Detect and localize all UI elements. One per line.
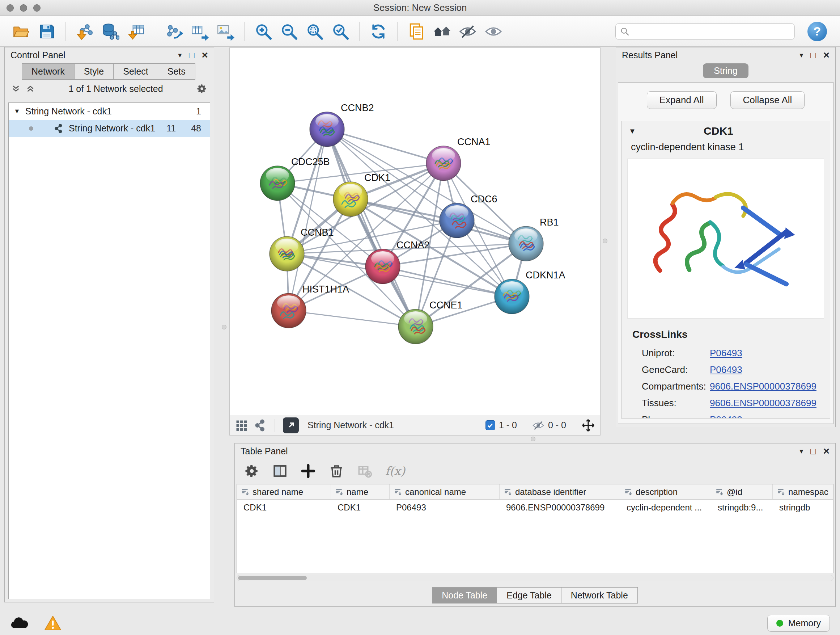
tab-network-table[interactable]: Network Table <box>561 587 638 603</box>
memory-button[interactable]: Memory <box>767 615 830 632</box>
cell-shared-name[interactable]: CDK1 <box>237 500 331 516</box>
network-node[interactable] <box>439 203 474 238</box>
tab-string[interactable]: String <box>703 63 748 78</box>
cloud-status-button[interactable] <box>10 615 29 631</box>
apply-layout-button[interactable] <box>367 20 390 43</box>
close-window-button[interactable] <box>6 4 14 11</box>
network-edge[interactable] <box>289 310 416 326</box>
show-columns-icon[interactable] <box>272 463 287 478</box>
panel-float-icon[interactable]: ▾ <box>799 51 803 59</box>
tree-expander-icon[interactable]: ▼ <box>14 108 20 115</box>
import-table-button[interactable] <box>125 20 148 43</box>
zoom-selected-button[interactable] <box>329 20 352 43</box>
network-node[interactable] <box>309 112 344 147</box>
network-edge[interactable] <box>351 199 526 244</box>
help-button[interactable]: ? <box>807 22 827 41</box>
network-node[interactable] <box>494 279 529 314</box>
minimize-window-button[interactable] <box>20 4 27 11</box>
network-node[interactable] <box>270 236 304 271</box>
birdseye-pan-icon[interactable] <box>581 418 595 432</box>
tab-network[interactable]: Network <box>22 63 74 80</box>
selected-indicator-checkbox[interactable] <box>485 420 495 430</box>
scrollbar-thumb[interactable] <box>238 576 307 580</box>
table-row[interactable]: CDK1 CDK1 P06493 9606.ENSP00000378699 cy… <box>237 500 833 516</box>
crosslink-link[interactable]: 9606.ENSP00000378699 <box>710 397 816 409</box>
column-header[interactable]: canonical name <box>390 485 500 499</box>
warning-button[interactable] <box>43 615 62 631</box>
cell-namespace[interactable]: stringdb <box>773 500 833 516</box>
crosslink-link[interactable]: 9606.ENSP00000378699 <box>710 381 816 392</box>
column-header[interactable]: namespac <box>773 485 833 499</box>
network-share-small-icon[interactable] <box>254 419 267 432</box>
detach-view-button[interactable] <box>283 417 299 433</box>
splitter-handle[interactable] <box>222 325 226 329</box>
network-node[interactable] <box>426 146 461 181</box>
column-header[interactable]: @id <box>711 485 773 499</box>
column-header[interactable]: database identifier <box>500 485 620 499</box>
gear-icon[interactable] <box>196 83 207 94</box>
network-node[interactable] <box>365 249 400 284</box>
network-canvas[interactable]: CCNB2CCNA1CDC25BCDK1CDC6RB1CCNB1CCNA2CDK… <box>230 48 600 415</box>
collapse-all-icon[interactable] <box>11 84 21 93</box>
column-header[interactable]: shared name <box>237 485 331 499</box>
network-edge[interactable] <box>327 129 444 163</box>
save-session-button[interactable] <box>35 20 58 43</box>
network-node[interactable] <box>271 293 306 328</box>
cell-description[interactable]: cyclin-dependent ... <box>620 500 711 516</box>
zoom-window-button[interactable] <box>33 4 41 11</box>
cell-database-identifier[interactable]: 9606.ENSP00000378699 <box>500 500 620 516</box>
network-node[interactable] <box>508 226 543 261</box>
hide-annotations-button[interactable] <box>456 20 479 43</box>
cell-name[interactable]: CDK1 <box>331 500 390 516</box>
network-node[interactable] <box>333 182 368 217</box>
cell-canonical-name[interactable]: P06493 <box>390 500 500 516</box>
open-session-button[interactable] <box>9 20 33 43</box>
panel-maximize-icon[interactable]: □ <box>189 50 194 60</box>
network-collection-row[interactable]: ▼ String Network - cdk1 1 <box>9 103 210 120</box>
expand-all-icon[interactable] <box>26 84 35 93</box>
crosslink-link[interactable]: P06493 <box>710 364 742 375</box>
search-input[interactable] <box>633 26 790 36</box>
tab-sets[interactable]: Sets <box>158 63 195 80</box>
splitter-handle[interactable] <box>603 239 607 243</box>
tab-select[interactable]: Select <box>113 63 158 80</box>
export-image-button[interactable] <box>214 20 237 43</box>
panel-close-icon[interactable]: × <box>202 50 208 60</box>
zoom-out-button[interactable] <box>278 20 301 43</box>
import-network-database-button[interactable] <box>99 20 122 43</box>
export-network-button[interactable] <box>163 20 186 43</box>
crosslink-link[interactable]: P06493 <box>710 348 742 359</box>
expand-all-button[interactable]: Expand All <box>647 91 717 109</box>
network-edge[interactable] <box>383 266 512 296</box>
table-horizontal-scrollbar[interactable] <box>237 575 834 581</box>
panel-close-icon[interactable]: × <box>823 446 829 456</box>
panel-close-icon[interactable]: × <box>823 50 829 60</box>
panel-maximize-icon[interactable]: □ <box>810 446 816 456</box>
panel-maximize-icon[interactable]: □ <box>810 50 816 60</box>
cell-id[interactable]: stringdb:9... <box>711 500 773 516</box>
zoom-in-button[interactable] <box>252 20 275 43</box>
collapse-all-button[interactable]: Collapse All <box>730 91 805 109</box>
network-row[interactable]: String Network - cdk1 11 48 <box>9 120 210 137</box>
birdseye-grid-icon[interactable] <box>235 419 248 432</box>
splitter-handle[interactable] <box>531 437 535 441</box>
panel-float-icon[interactable]: ▾ <box>178 51 182 59</box>
clone-network-button[interactable] <box>405 20 428 43</box>
import-network-file-button[interactable] <box>73 20 96 43</box>
network-node[interactable] <box>260 166 295 201</box>
home-button[interactable] <box>431 20 454 43</box>
panel-float-icon[interactable]: ▾ <box>799 447 803 455</box>
crosslink-link[interactable]: P06493 <box>710 414 742 419</box>
table-settings-gear-icon[interactable] <box>244 463 259 478</box>
tab-node-table[interactable]: Node Table <box>432 587 497 603</box>
export-table-button[interactable] <box>188 20 211 43</box>
delete-column-trash-icon[interactable] <box>329 463 344 478</box>
add-column-plus-icon[interactable] <box>301 463 316 478</box>
network-node[interactable] <box>398 309 433 344</box>
network-edge[interactable] <box>327 129 416 326</box>
tab-edge-table[interactable]: Edge Table <box>497 587 561 603</box>
show-graphics-details-button[interactable] <box>482 20 505 43</box>
column-header[interactable]: description <box>620 485 711 499</box>
zoom-fit-button[interactable] <box>303 20 326 43</box>
tab-style[interactable]: Style <box>74 63 114 80</box>
